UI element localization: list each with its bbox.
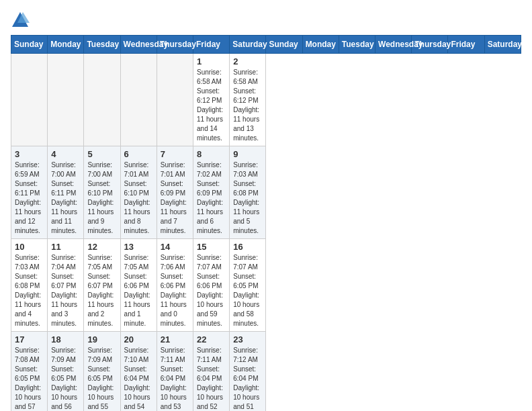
day-info: Sunrise: 6:59 AM Sunset: 6:11 PM Dayligh… xyxy=(15,161,44,236)
day-info: Sunrise: 7:01 AM Sunset: 6:10 PM Dayligh… xyxy=(124,161,153,236)
day-info: Sunrise: 7:05 AM Sunset: 6:07 PM Dayligh… xyxy=(87,253,116,328)
calendar-day-cell xyxy=(120,54,157,146)
day-number: 15 xyxy=(197,242,226,252)
calendar-week-row: 3Sunrise: 6:59 AM Sunset: 6:11 PM Daylig… xyxy=(11,146,521,239)
day-info: Sunrise: 7:09 AM Sunset: 6:05 PM Dayligh… xyxy=(87,346,116,411)
day-of-week-header: Tuesday xyxy=(84,36,120,54)
calendar-week-row: 17Sunrise: 7:08 AM Sunset: 6:05 PM Dayli… xyxy=(11,332,521,412)
calendar-day-cell: 17Sunrise: 7:08 AM Sunset: 6:05 PM Dayli… xyxy=(11,332,48,412)
page-header xyxy=(11,11,521,30)
day-info: Sunrise: 7:06 AM Sunset: 6:06 PM Dayligh… xyxy=(161,253,189,328)
day-number: 8 xyxy=(197,149,226,159)
day-of-week-header: Tuesday xyxy=(339,36,375,54)
calendar-day-cell xyxy=(48,54,84,146)
day-info: Sunrise: 7:12 AM Sunset: 6:04 PM Dayligh… xyxy=(233,346,262,411)
day-of-week-header: Friday xyxy=(448,36,484,54)
day-info: Sunrise: 7:03 AM Sunset: 6:08 PM Dayligh… xyxy=(233,161,262,236)
day-info: Sunrise: 7:11 AM Sunset: 6:04 PM Dayligh… xyxy=(197,346,226,411)
calendar-day-cell: 10Sunrise: 7:03 AM Sunset: 6:08 PM Dayli… xyxy=(11,239,48,332)
calendar-day-cell: 13Sunrise: 7:05 AM Sunset: 6:06 PM Dayli… xyxy=(120,239,157,332)
logo-icon xyxy=(11,11,30,30)
day-number: 19 xyxy=(87,334,116,345)
calendar-day-cell: 7Sunrise: 7:01 AM Sunset: 6:09 PM Daylig… xyxy=(157,146,193,239)
day-number: 4 xyxy=(51,149,80,159)
calendar-day-cell: 14Sunrise: 7:06 AM Sunset: 6:06 PM Dayli… xyxy=(157,239,193,332)
calendar-day-cell: 19Sunrise: 7:09 AM Sunset: 6:05 PM Dayli… xyxy=(84,332,120,412)
calendar-day-cell: 21Sunrise: 7:11 AM Sunset: 6:04 PM Dayli… xyxy=(157,332,193,412)
calendar-header-row: SundayMondayTuesdayWednesdayThursdayFrid… xyxy=(11,36,521,54)
calendar-day-cell: 2Sunrise: 6:58 AM Sunset: 6:12 PM Daylig… xyxy=(230,54,266,146)
calendar-day-cell: 6Sunrise: 7:01 AM Sunset: 6:10 PM Daylig… xyxy=(120,146,157,239)
calendar-day-cell: 1Sunrise: 6:58 AM Sunset: 6:12 PM Daylig… xyxy=(193,54,230,146)
day-info: Sunrise: 7:00 AM Sunset: 6:10 PM Dayligh… xyxy=(87,161,116,236)
day-number: 11 xyxy=(51,242,80,252)
logo xyxy=(11,11,32,30)
day-number: 12 xyxy=(87,242,116,252)
day-number: 17 xyxy=(15,334,44,345)
day-number: 22 xyxy=(197,334,226,345)
day-info: Sunrise: 7:00 AM Sunset: 6:11 PM Dayligh… xyxy=(51,161,80,236)
calendar-day-cell: 4Sunrise: 7:00 AM Sunset: 6:11 PM Daylig… xyxy=(48,146,84,239)
day-number: 14 xyxy=(161,242,189,252)
day-of-week-header: Wednesday xyxy=(120,36,157,54)
calendar-day-cell xyxy=(84,54,120,146)
calendar-day-cell: 12Sunrise: 7:05 AM Sunset: 6:07 PM Dayli… xyxy=(84,239,120,332)
day-number: 2 xyxy=(233,56,262,66)
day-info: Sunrise: 7:03 AM Sunset: 6:08 PM Dayligh… xyxy=(15,253,44,328)
calendar-table: SundayMondayTuesdayWednesdayThursdayFrid… xyxy=(11,35,521,411)
day-info: Sunrise: 7:11 AM Sunset: 6:04 PM Dayligh… xyxy=(161,346,189,411)
day-info: Sunrise: 6:58 AM Sunset: 6:12 PM Dayligh… xyxy=(233,68,262,143)
day-number: 16 xyxy=(233,242,262,252)
day-of-week-header: Monday xyxy=(48,36,84,54)
day-number: 9 xyxy=(233,149,262,159)
calendar-day-cell xyxy=(157,54,193,146)
day-of-week-header: Thursday xyxy=(412,36,448,54)
day-of-week-header: Monday xyxy=(302,36,339,54)
day-info: Sunrise: 7:02 AM Sunset: 6:09 PM Dayligh… xyxy=(197,161,226,236)
calendar-day-cell: 18Sunrise: 7:09 AM Sunset: 6:05 PM Dayli… xyxy=(48,332,84,412)
day-number: 3 xyxy=(15,149,44,159)
day-of-week-header: Thursday xyxy=(157,36,193,54)
day-number: 1 xyxy=(197,56,226,66)
day-number: 21 xyxy=(161,334,189,345)
day-number: 10 xyxy=(15,242,44,252)
day-info: Sunrise: 7:05 AM Sunset: 6:06 PM Dayligh… xyxy=(124,253,153,328)
calendar-day-cell: 8Sunrise: 7:02 AM Sunset: 6:09 PM Daylig… xyxy=(193,146,230,239)
day-of-week-header: Sunday xyxy=(11,36,48,54)
day-info: Sunrise: 7:01 AM Sunset: 6:09 PM Dayligh… xyxy=(161,161,189,236)
day-info: Sunrise: 7:04 AM Sunset: 6:07 PM Dayligh… xyxy=(51,253,80,328)
day-number: 23 xyxy=(233,334,262,345)
day-number: 7 xyxy=(161,149,189,159)
day-info: Sunrise: 7:07 AM Sunset: 6:05 PM Dayligh… xyxy=(233,253,262,328)
calendar-day-cell: 11Sunrise: 7:04 AM Sunset: 6:07 PM Dayli… xyxy=(48,239,84,332)
day-number: 18 xyxy=(51,334,80,345)
day-info: Sunrise: 7:09 AM Sunset: 6:05 PM Dayligh… xyxy=(51,346,80,411)
day-number: 20 xyxy=(124,334,153,345)
day-of-week-header: Friday xyxy=(193,36,230,54)
calendar-day-cell: 3Sunrise: 6:59 AM Sunset: 6:11 PM Daylig… xyxy=(11,146,48,239)
calendar-day-cell: 20Sunrise: 7:10 AM Sunset: 6:04 PM Dayli… xyxy=(120,332,157,412)
day-of-week-header: Sunday xyxy=(266,36,302,54)
calendar-day-cell: 22Sunrise: 7:11 AM Sunset: 6:04 PM Dayli… xyxy=(193,332,230,412)
day-number: 6 xyxy=(124,149,153,159)
calendar-day-cell: 15Sunrise: 7:07 AM Sunset: 6:06 PM Dayli… xyxy=(193,239,230,332)
calendar-week-row: 10Sunrise: 7:03 AM Sunset: 6:08 PM Dayli… xyxy=(11,239,521,332)
calendar-day-cell xyxy=(11,54,48,146)
calendar-week-row: 1Sunrise: 6:58 AM Sunset: 6:12 PM Daylig… xyxy=(11,54,521,146)
calendar-day-cell: 5Sunrise: 7:00 AM Sunset: 6:10 PM Daylig… xyxy=(84,146,120,239)
calendar-day-cell: 23Sunrise: 7:12 AM Sunset: 6:04 PM Dayli… xyxy=(230,332,266,412)
day-of-week-header: Wednesday xyxy=(375,36,412,54)
day-of-week-header: Saturday xyxy=(230,36,266,54)
day-info: Sunrise: 6:58 AM Sunset: 6:12 PM Dayligh… xyxy=(197,68,226,143)
day-info: Sunrise: 7:08 AM Sunset: 6:05 PM Dayligh… xyxy=(15,346,44,411)
day-info: Sunrise: 7:07 AM Sunset: 6:06 PM Dayligh… xyxy=(197,253,226,328)
day-number: 13 xyxy=(124,242,153,252)
calendar-day-cell: 16Sunrise: 7:07 AM Sunset: 6:05 PM Dayli… xyxy=(230,239,266,332)
calendar-day-cell: 9Sunrise: 7:03 AM Sunset: 6:08 PM Daylig… xyxy=(230,146,266,239)
day-info: Sunrise: 7:10 AM Sunset: 6:04 PM Dayligh… xyxy=(124,346,153,411)
day-number: 5 xyxy=(87,149,116,159)
day-of-week-header: Saturday xyxy=(484,36,521,54)
